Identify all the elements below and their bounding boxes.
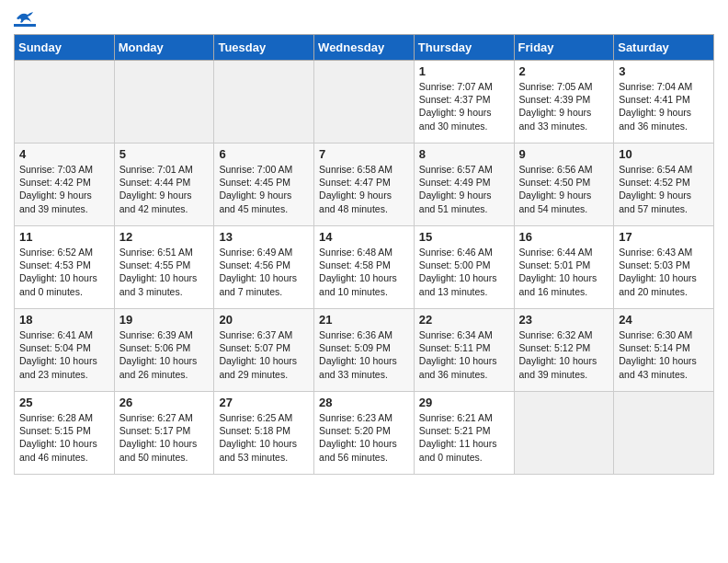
calendar-week-2: 4Sunrise: 7:03 AM Sunset: 4:42 PM Daylig… xyxy=(15,144,714,226)
day-info: Sunrise: 6:28 AM Sunset: 5:15 PM Dayligh… xyxy=(19,411,109,464)
calendar-cell: 24Sunrise: 6:30 AM Sunset: 5:14 PM Dayli… xyxy=(614,309,714,392)
calendar-cell: 29Sunrise: 6:21 AM Sunset: 5:21 PM Dayli… xyxy=(414,392,514,475)
day-number: 26 xyxy=(119,396,210,409)
calendar-week-1: 1Sunrise: 7:07 AM Sunset: 4:37 PM Daylig… xyxy=(15,61,714,144)
header-day-monday: Monday xyxy=(114,35,214,61)
day-number: 22 xyxy=(419,313,509,327)
page-header xyxy=(14,9,714,27)
day-number: 9 xyxy=(519,147,609,161)
calendar-cell: 11Sunrise: 6:52 AM Sunset: 4:53 PM Dayli… xyxy=(15,226,115,309)
calendar-cell: 8Sunrise: 6:57 AM Sunset: 4:49 PM Daylig… xyxy=(414,144,514,226)
day-number: 5 xyxy=(119,147,210,161)
calendar-cell: 23Sunrise: 6:32 AM Sunset: 5:12 PM Dayli… xyxy=(514,309,614,392)
calendar-cell: 6Sunrise: 7:00 AM Sunset: 4:45 PM Daylig… xyxy=(214,144,314,226)
day-info: Sunrise: 6:36 AM Sunset: 5:09 PM Dayligh… xyxy=(319,328,409,381)
calendar-cell: 1Sunrise: 7:07 AM Sunset: 4:37 PM Daylig… xyxy=(414,61,514,144)
calendar-cell: 9Sunrise: 6:56 AM Sunset: 4:50 PM Daylig… xyxy=(514,144,614,226)
day-info: Sunrise: 6:48 AM Sunset: 4:58 PM Dayligh… xyxy=(319,246,409,298)
day-number: 23 xyxy=(519,313,609,327)
header-day-saturday: Saturday xyxy=(614,35,714,61)
day-number: 24 xyxy=(619,313,709,327)
day-info: Sunrise: 7:03 AM Sunset: 4:42 PM Dayligh… xyxy=(19,163,109,215)
day-number: 8 xyxy=(419,147,509,161)
calendar-cell: 27Sunrise: 6:25 AM Sunset: 5:18 PM Dayli… xyxy=(214,392,314,475)
day-number: 11 xyxy=(19,230,109,244)
header-day-sunday: Sunday xyxy=(15,35,115,61)
day-info: Sunrise: 6:56 AM Sunset: 4:50 PM Dayligh… xyxy=(519,163,609,215)
day-info: Sunrise: 6:41 AM Sunset: 5:04 PM Dayligh… xyxy=(19,328,109,381)
calendar-cell: 4Sunrise: 7:03 AM Sunset: 4:42 PM Daylig… xyxy=(15,144,115,226)
calendar-cell: 19Sunrise: 6:39 AM Sunset: 5:06 PM Dayli… xyxy=(114,309,214,392)
header-day-wednesday: Wednesday xyxy=(314,35,415,61)
calendar-cell: 17Sunrise: 6:43 AM Sunset: 5:03 PM Dayli… xyxy=(614,226,714,309)
calendar-cell: 21Sunrise: 6:36 AM Sunset: 5:09 PM Dayli… xyxy=(314,309,415,392)
calendar-cell: 28Sunrise: 6:23 AM Sunset: 5:20 PM Dayli… xyxy=(314,392,415,475)
day-number: 21 xyxy=(319,313,409,327)
day-info: Sunrise: 6:49 AM Sunset: 4:56 PM Dayligh… xyxy=(219,246,309,298)
day-info: Sunrise: 6:39 AM Sunset: 5:06 PM Dayligh… xyxy=(119,328,210,381)
calendar-body: 1Sunrise: 7:07 AM Sunset: 4:37 PM Daylig… xyxy=(15,61,714,475)
day-number: 14 xyxy=(319,230,409,244)
day-info: Sunrise: 6:23 AM Sunset: 5:20 PM Dayligh… xyxy=(319,411,409,464)
calendar-cell: 18Sunrise: 6:41 AM Sunset: 5:04 PM Dayli… xyxy=(15,309,115,392)
day-number: 17 xyxy=(619,230,709,244)
calendar-cell: 12Sunrise: 6:51 AM Sunset: 4:55 PM Dayli… xyxy=(114,226,214,309)
day-number: 28 xyxy=(319,396,409,409)
day-info: Sunrise: 6:21 AM Sunset: 5:21 PM Dayligh… xyxy=(419,411,509,464)
calendar-header: SundayMondayTuesdayWednesdayThursdayFrid… xyxy=(15,35,714,61)
day-info: Sunrise: 7:00 AM Sunset: 4:45 PM Dayligh… xyxy=(219,163,309,215)
day-number: 12 xyxy=(119,230,210,244)
header-day-thursday: Thursday xyxy=(414,35,514,61)
calendar-cell xyxy=(514,392,614,475)
calendar-cell: 7Sunrise: 6:58 AM Sunset: 4:47 PM Daylig… xyxy=(314,144,415,226)
calendar-cell: 20Sunrise: 6:37 AM Sunset: 5:07 PM Dayli… xyxy=(214,309,314,392)
calendar-cell: 10Sunrise: 6:54 AM Sunset: 4:52 PM Dayli… xyxy=(614,144,714,226)
calendar-cell: 2Sunrise: 7:05 AM Sunset: 4:39 PM Daylig… xyxy=(514,61,614,144)
day-info: Sunrise: 6:34 AM Sunset: 5:11 PM Dayligh… xyxy=(419,328,509,381)
day-info: Sunrise: 6:30 AM Sunset: 5:14 PM Dayligh… xyxy=(619,328,709,381)
day-info: Sunrise: 6:43 AM Sunset: 5:03 PM Dayligh… xyxy=(619,246,709,298)
calendar-cell xyxy=(15,61,115,144)
day-number: 15 xyxy=(419,230,509,244)
day-number: 18 xyxy=(19,313,109,327)
logo xyxy=(14,9,36,27)
header-day-friday: Friday xyxy=(514,35,614,61)
day-info: Sunrise: 6:51 AM Sunset: 4:55 PM Dayligh… xyxy=(119,246,210,298)
day-info: Sunrise: 6:54 AM Sunset: 4:52 PM Dayligh… xyxy=(619,163,709,215)
day-number: 7 xyxy=(319,147,409,161)
calendar-cell: 14Sunrise: 6:48 AM Sunset: 4:58 PM Dayli… xyxy=(314,226,415,309)
day-number: 16 xyxy=(519,230,609,244)
day-info: Sunrise: 6:46 AM Sunset: 5:00 PM Dayligh… xyxy=(419,246,509,298)
day-number: 19 xyxy=(119,313,210,327)
calendar-week-5: 25Sunrise: 6:28 AM Sunset: 5:15 PM Dayli… xyxy=(15,392,714,475)
day-info: Sunrise: 7:01 AM Sunset: 4:44 PM Dayligh… xyxy=(119,163,210,215)
day-info: Sunrise: 6:44 AM Sunset: 5:01 PM Dayligh… xyxy=(519,246,609,298)
calendar-table: SundayMondayTuesdayWednesdayThursdayFrid… xyxy=(14,34,714,475)
day-info: Sunrise: 7:07 AM Sunset: 4:37 PM Dayligh… xyxy=(419,80,509,132)
day-number: 6 xyxy=(219,147,309,161)
day-info: Sunrise: 6:32 AM Sunset: 5:12 PM Dayligh… xyxy=(519,328,609,381)
day-number: 10 xyxy=(619,147,709,161)
day-number: 3 xyxy=(619,64,709,78)
calendar-cell xyxy=(114,61,214,144)
day-info: Sunrise: 7:05 AM Sunset: 4:39 PM Dayligh… xyxy=(519,80,609,132)
day-number: 25 xyxy=(19,396,109,409)
day-info: Sunrise: 6:37 AM Sunset: 5:07 PM Dayligh… xyxy=(219,328,309,381)
day-number: 4 xyxy=(19,147,109,161)
calendar-week-4: 18Sunrise: 6:41 AM Sunset: 5:04 PM Dayli… xyxy=(15,309,714,392)
day-info: Sunrise: 7:04 AM Sunset: 4:41 PM Dayligh… xyxy=(619,80,709,132)
day-info: Sunrise: 6:27 AM Sunset: 5:17 PM Dayligh… xyxy=(119,411,210,464)
day-number: 29 xyxy=(419,396,509,409)
day-number: 20 xyxy=(219,313,309,327)
header-day-tuesday: Tuesday xyxy=(214,35,314,61)
calendar-cell xyxy=(614,392,714,475)
calendar-cell: 16Sunrise: 6:44 AM Sunset: 5:01 PM Dayli… xyxy=(514,226,614,309)
calendar-cell: 25Sunrise: 6:28 AM Sunset: 5:15 PM Dayli… xyxy=(15,392,115,475)
header-row: SundayMondayTuesdayWednesdayThursdayFrid… xyxy=(15,35,714,61)
calendar-cell: 13Sunrise: 6:49 AM Sunset: 4:56 PM Dayli… xyxy=(214,226,314,309)
day-info: Sunrise: 6:52 AM Sunset: 4:53 PM Dayligh… xyxy=(19,246,109,298)
day-number: 13 xyxy=(219,230,309,244)
day-info: Sunrise: 6:58 AM Sunset: 4:47 PM Dayligh… xyxy=(319,163,409,215)
day-info: Sunrise: 6:25 AM Sunset: 5:18 PM Dayligh… xyxy=(219,411,309,464)
calendar-cell: 3Sunrise: 7:04 AM Sunset: 4:41 PM Daylig… xyxy=(614,61,714,144)
